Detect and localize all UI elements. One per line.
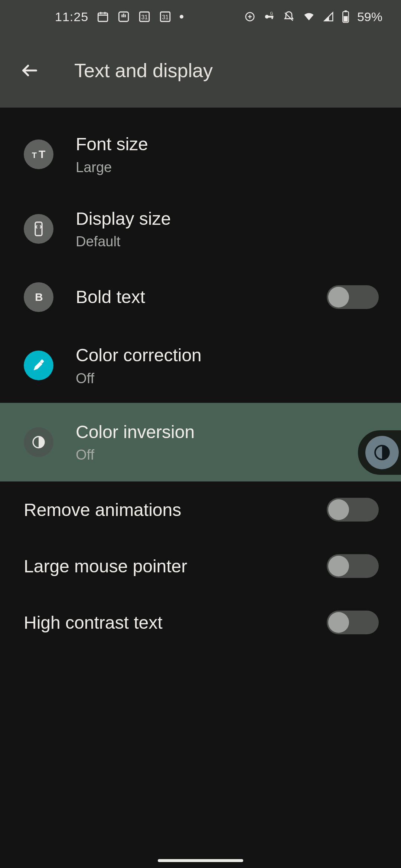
row-subtitle: Large	[76, 160, 379, 175]
app-bar: Text and display	[0, 33, 401, 108]
row-bold-text[interactable]: B Bold text	[0, 266, 401, 328]
row-subtitle: Default	[76, 234, 379, 250]
svg-text:B: B	[35, 291, 43, 303]
hand-icon	[117, 10, 130, 23]
row-color-inversion[interactable]: Color inversion Off	[0, 403, 401, 482]
remove-animations-switch[interactable]	[327, 498, 379, 522]
status-time: 11:25	[55, 10, 88, 24]
row-text: Large mouse pointer	[24, 556, 327, 577]
vpn-key-icon: G	[263, 11, 276, 22]
svg-text:31: 31	[141, 14, 148, 20]
svg-text:T: T	[32, 151, 37, 160]
row-title: Font size	[76, 134, 379, 155]
svg-point-7	[265, 15, 269, 19]
status-right: G 59%	[244, 10, 382, 24]
row-high-contrast-text[interactable]: High contrast text	[0, 594, 401, 651]
inversion-icon	[373, 443, 391, 462]
battery-icon	[342, 10, 350, 23]
svg-text:31: 31	[162, 14, 169, 20]
arrow-left-icon	[20, 61, 39, 80]
row-text: High contrast text	[24, 612, 327, 634]
row-text: Bold text	[76, 286, 327, 308]
accessibility-fab-inner	[365, 436, 399, 469]
bold-text-switch[interactable]	[327, 285, 379, 309]
svg-text:T: T	[39, 148, 45, 160]
large-pointer-switch[interactable]	[327, 554, 379, 578]
display-size-icon	[24, 214, 53, 244]
row-text: Remove animations	[24, 499, 327, 521]
status-left: 11:25 31 31	[55, 10, 183, 24]
svg-rect-13	[344, 16, 348, 22]
row-text: Display size Default	[76, 208, 379, 250]
status-bar: 11:25 31 31	[0, 0, 401, 33]
svg-rect-12	[345, 10, 347, 12]
row-text: Color inversion Off	[76, 421, 379, 463]
font-size-icon: TT	[24, 139, 53, 169]
row-font-size[interactable]: TT Font size Large	[0, 117, 401, 192]
row-title: Remove animations	[24, 499, 327, 521]
row-color-correction[interactable]: Color correction Off	[0, 328, 401, 403]
nav-home-pill[interactable]	[158, 859, 243, 862]
row-title: Display size	[76, 208, 379, 230]
settings-list: TT Font size Large Display size Default …	[0, 108, 401, 651]
eyedropper-icon	[24, 351, 53, 380]
row-display-size[interactable]: Display size Default	[0, 192, 401, 266]
back-button[interactable]	[15, 56, 45, 85]
svg-text:G: G	[270, 11, 273, 16]
page-title: Text and display	[74, 59, 213, 82]
battery-percent: 59%	[357, 10, 382, 24]
bold-icon: B	[24, 282, 53, 312]
row-title: High contrast text	[24, 612, 327, 634]
row-text: Font size Large	[76, 134, 379, 175]
row-subtitle: Off	[76, 447, 379, 463]
signal-icon	[323, 11, 334, 22]
wifi-icon	[302, 11, 316, 22]
date-31a-icon: 31	[138, 10, 151, 23]
svg-rect-0	[98, 13, 108, 22]
row-subtitle: Off	[76, 371, 379, 387]
row-large-mouse-pointer[interactable]: Large mouse pointer	[0, 538, 401, 594]
row-title: Bold text	[76, 286, 327, 308]
svg-rect-9	[271, 16, 273, 19]
more-notifications-icon	[180, 15, 183, 19]
dnd-off-icon	[283, 11, 295, 23]
data-saver-icon	[244, 11, 255, 22]
calendar-small-icon	[97, 10, 109, 23]
date-31b-icon: 31	[159, 10, 172, 23]
row-title: Color correction	[76, 345, 379, 366]
row-title: Color inversion	[76, 421, 379, 443]
svg-rect-16	[35, 222, 42, 236]
row-remove-animations[interactable]: Remove animations	[0, 481, 401, 538]
row-text: Color correction Off	[76, 345, 379, 387]
accessibility-fab[interactable]	[358, 430, 401, 475]
inversion-icon	[24, 427, 53, 457]
high-contrast-switch[interactable]	[327, 611, 379, 634]
row-title: Large mouse pointer	[24, 556, 327, 577]
